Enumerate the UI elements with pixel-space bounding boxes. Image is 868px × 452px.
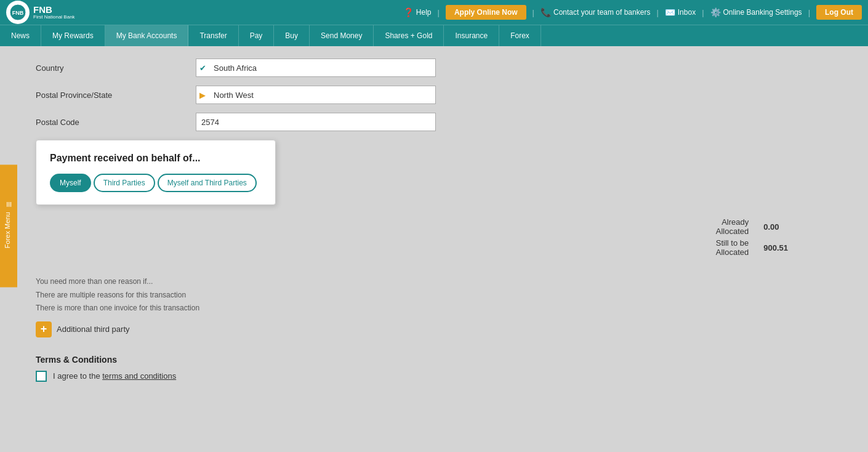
payment-behalf-toggle-group: Myself Third Parties Myself and Third Pa…	[50, 174, 262, 192]
terms-section: Terms & Conditions I agree to the terms …	[36, 355, 850, 382]
province-input-wrap: ▶	[196, 86, 436, 104]
nav-send-money[interactable]: Send Money	[310, 25, 374, 46]
province-label: Postal Province/State	[36, 91, 196, 100]
still-to-be-allocated-label: Still to beAllocated	[716, 238, 749, 257]
inbox-icon: ✉️	[665, 7, 675, 17]
nav-my-bank-accounts[interactable]: My Bank Accounts	[105, 25, 189, 46]
question-icon: ❓	[403, 7, 414, 17]
settings-link[interactable]: ⚙️ Online Banking Settings	[710, 7, 802, 17]
phone-icon: 📞	[540, 7, 551, 17]
popup-title: Payment received on behalf of...	[50, 153, 262, 164]
menu-lines-icon: ≡	[4, 201, 15, 207]
top-bar: FNB FNB First National Bank ❓ Help | App…	[0, 0, 868, 25]
checkmark-icon: ✔	[199, 63, 206, 73]
postal-code-input-wrap	[196, 113, 436, 131]
nav-transfer[interactable]: Transfer	[188, 25, 238, 46]
postal-code-input[interactable]	[196, 113, 436, 131]
info-line-1: You need more than one reason if...	[36, 275, 850, 289]
apply-online-button[interactable]: Apply Online Now	[446, 5, 526, 20]
nav-my-rewards[interactable]: My Rewards	[41, 25, 105, 46]
arrow-icon: ▶	[199, 91, 206, 100]
terms-title: Terms & Conditions	[36, 355, 850, 365]
add-third-party-button[interactable]: + Additional third party	[36, 321, 130, 337]
country-input-wrap: ✔	[196, 59, 436, 77]
forex-menu-tab[interactable]: ≡ Forex Menu	[0, 164, 17, 287]
terms-checkbox[interactable]	[36, 371, 47, 382]
add-icon: +	[36, 321, 52, 337]
info-section: You need more than one reason if... Ther…	[36, 275, 850, 315]
nav-news[interactable]: News	[0, 25, 41, 46]
nav-pay[interactable]: Pay	[239, 25, 275, 46]
myself-and-third-parties-button[interactable]: Myself and Third Parties	[158, 174, 257, 192]
logout-button[interactable]: Log Out	[816, 5, 862, 20]
allocation-table: AlreadyAllocated 0.00 Still to beAllocat…	[716, 217, 788, 257]
inbox-link[interactable]: ✉️ Inbox	[665, 7, 696, 17]
main-content: Country ✔ Postal Province/State ▶ Postal…	[17, 46, 868, 394]
add-third-party-label: Additional third party	[57, 325, 130, 334]
contact-bankers-link[interactable]: 📞 Contact your team of bankers	[540, 7, 650, 17]
already-allocated-value: 0.00	[763, 222, 788, 232]
main-nav: News My Rewards My Bank Accounts Transfe…	[0, 25, 868, 46]
nav-shares-gold[interactable]: Shares + Gold	[374, 25, 444, 46]
terms-link[interactable]: terms and conditions	[102, 371, 176, 381]
still-to-be-allocated-value: 900.51	[763, 243, 788, 252]
postal-code-row: Postal Code	[36, 113, 850, 131]
svg-text:FNB: FNB	[12, 10, 24, 16]
info-line-3: There is more than one invoice for this …	[36, 302, 850, 315]
gear-icon: ⚙️	[710, 7, 721, 17]
nav-forex[interactable]: Forex	[499, 25, 541, 46]
nav-insurance[interactable]: Insurance	[444, 25, 499, 46]
terms-row: I agree to the terms and conditions	[36, 371, 850, 382]
country-label: Country	[36, 63, 196, 73]
payment-popup-card: Payment received on behalf of... Myself …	[36, 140, 276, 205]
info-line-2: There are multiple reasons for this tran…	[36, 289, 850, 302]
already-allocated-label: AlreadyAllocated	[716, 217, 749, 236]
nav-buy[interactable]: Buy	[274, 25, 310, 46]
myself-button[interactable]: Myself	[50, 174, 91, 192]
postal-code-label: Postal Code	[36, 118, 196, 127]
logo-text: FNB	[33, 5, 75, 14]
help-link[interactable]: ❓ Help	[403, 7, 432, 17]
province-row: Postal Province/State ▶	[36, 86, 850, 104]
province-input[interactable]	[196, 86, 436, 104]
country-input[interactable]	[196, 59, 436, 77]
fnb-logo: FNB	[6, 1, 30, 24]
terms-text: I agree to the terms and conditions	[53, 371, 176, 381]
logo-sub: First National Bank	[33, 14, 75, 20]
logo-area: FNB FNB First National Bank	[6, 1, 75, 24]
allocation-section: AlreadyAllocated 0.00 Still to beAllocat…	[36, 217, 850, 257]
third-parties-button[interactable]: Third Parties	[94, 174, 155, 192]
country-row: Country ✔	[36, 59, 850, 77]
